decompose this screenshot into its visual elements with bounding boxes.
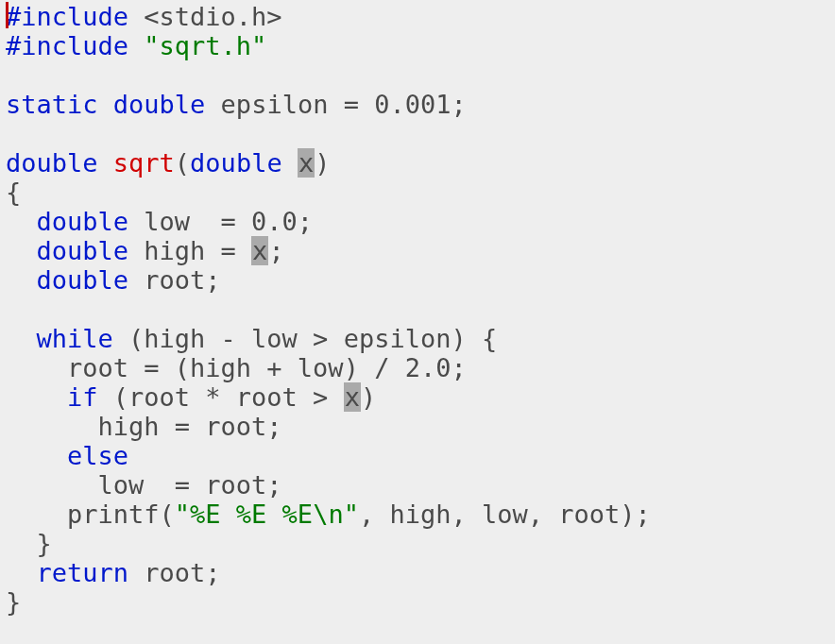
keyword: else (67, 441, 128, 470)
function-name: sqrt (113, 148, 175, 178)
code-text: high = root; (98, 412, 282, 441)
string-literal: "sqrt.h" (144, 31, 266, 60)
preproc-keyword: #include (6, 31, 144, 60)
code-line: printf("%E %E %E\n", high, low, root); (6, 500, 651, 529)
code-line: #include "sqrt.h" (6, 31, 266, 60)
code-line: high = root; (6, 412, 282, 441)
type-keyword: double (37, 265, 129, 295)
code-text: , high, low, root); (359, 500, 651, 529)
code-text: root; (128, 265, 221, 295)
var-highlight: x (251, 236, 268, 265)
keyword: if (67, 382, 98, 412)
code-text: (root * root > (98, 382, 344, 412)
code-text: epsilon = 0.001; (205, 90, 466, 119)
code-text: low = root; (98, 470, 282, 500)
brace: } (37, 529, 52, 558)
code-line: #include <stdio.h> (6, 2, 282, 31)
code-line: double sqrt(double x) (6, 148, 330, 178)
space (282, 148, 298, 178)
string-literal: "%E %E %E\n" (175, 500, 359, 529)
code-line: if (root * root > x) (6, 382, 376, 412)
brace: } (6, 587, 21, 617)
type-keyword: double (190, 148, 282, 178)
preproc-keyword: #include (6, 2, 144, 31)
paren: ) (315, 148, 330, 178)
code-text: high = (128, 236, 251, 265)
code-line: { (6, 178, 21, 207)
code-text: ; (268, 236, 283, 265)
var-highlight: x (344, 382, 361, 412)
header-angle: <stdio.h> (144, 2, 281, 31)
code-line: return root; (6, 558, 221, 587)
brace: { (6, 178, 21, 207)
code-text: ) (361, 382, 376, 412)
code-line: double root; (6, 265, 221, 295)
code-line: root = (high + low) / 2.0; (6, 353, 467, 382)
code-text: low = 0.0; (128, 207, 313, 236)
param-highlight: x (298, 148, 315, 178)
paren: ( (175, 148, 190, 178)
code-line: } (6, 587, 21, 617)
code-text: (high - low > epsilon) { (113, 324, 497, 353)
keyword: return (37, 558, 129, 587)
keyword: static (6, 90, 98, 119)
keyword: while (37, 324, 113, 353)
code-line: static double epsilon = 0.001; (6, 90, 467, 119)
text-cursor (6, 2, 9, 28)
code-text: root; (128, 558, 221, 587)
code-text: printf( (67, 500, 175, 529)
type-keyword: double (37, 236, 129, 265)
code-line: double low = 0.0; (6, 207, 313, 236)
code-line: double high = x; (6, 236, 284, 265)
code-line: else (6, 441, 128, 470)
code-line: while (high - low > epsilon) { (6, 324, 497, 353)
type-keyword: double (113, 90, 206, 119)
type-keyword: double (37, 207, 129, 236)
code-block: #include <stdio.h> #include "sqrt.h" sta… (0, 0, 835, 617)
type-keyword: double (6, 148, 98, 178)
code-text: root = (high + low) / 2.0; (67, 353, 467, 382)
code-line: low = root; (6, 470, 282, 500)
code-line: } (6, 529, 52, 558)
